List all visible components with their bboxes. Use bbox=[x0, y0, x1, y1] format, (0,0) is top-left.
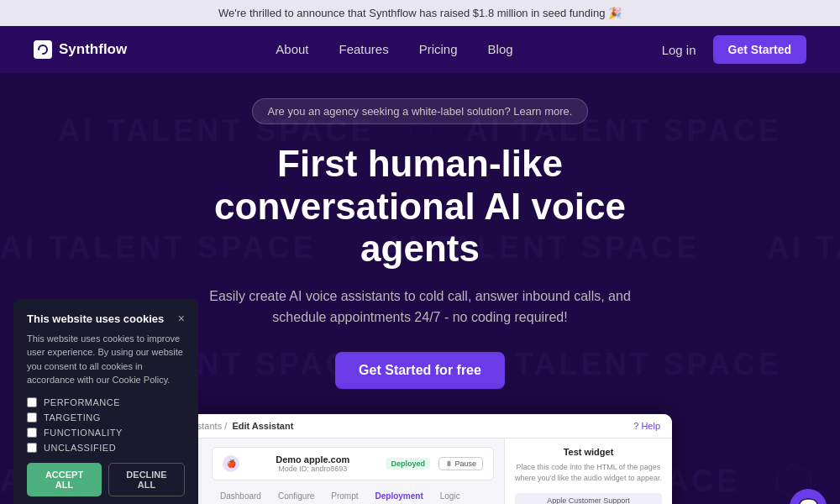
cookie-banner: This website uses cookies × This website… bbox=[13, 299, 198, 504]
right-panel-title: Test widget bbox=[515, 447, 662, 457]
agent-sub: Mode ID: andro8693 bbox=[248, 465, 377, 473]
tab-deployment[interactable]: Deployment bbox=[367, 487, 432, 504]
cta-button[interactable]: Get Started for free bbox=[335, 352, 505, 389]
dashboard-preview: Assistants / Edit Assistant ? Help 🍎 Dem… bbox=[168, 414, 672, 504]
get-started-button[interactable]: Get Started bbox=[713, 35, 806, 64]
checkbox-targeting[interactable] bbox=[27, 412, 37, 423]
agency-pill[interactable]: Are you an agency seeking a white-label … bbox=[252, 98, 589, 124]
cookie-title: This website uses cookies bbox=[27, 312, 164, 325]
dash-main: 🍎 Demo apple.com Mode ID: andro8693 Depl… bbox=[202, 438, 504, 504]
login-button[interactable]: Log in bbox=[662, 43, 696, 57]
nav-right: Log in Get Started bbox=[662, 35, 806, 64]
dash-tabs: Dashboard Configure Prompt Deployment Lo… bbox=[212, 487, 494, 504]
hero-content: Are you an agency seeking a white-label … bbox=[160, 73, 680, 504]
tab-prompt[interactable]: Prompt bbox=[323, 487, 366, 504]
breadcrumb-current: Edit Assistant bbox=[232, 421, 293, 431]
cookie-close-button[interactable]: × bbox=[178, 312, 185, 324]
chat-icon: 💬 bbox=[798, 497, 819, 504]
cookie-body: This website uses cookies to improve use… bbox=[27, 332, 185, 387]
right-panel-label: Apple Customer Support bbox=[515, 493, 662, 504]
cookie-header: This website uses cookies × bbox=[27, 312, 185, 325]
cookie-options: PERFORMANCE TARGETING FUNCTIONALITY UNCL… bbox=[27, 397, 185, 453]
hero-title: First human-like conversational AI voice… bbox=[160, 143, 680, 270]
nav-features[interactable]: Features bbox=[339, 42, 388, 56]
logo-text: Synthflow bbox=[59, 41, 127, 58]
logo[interactable]: Synthflow bbox=[34, 40, 127, 59]
right-panel-desc: Place this code into the HTML of the pag… bbox=[515, 462, 662, 485]
cookie-option-targeting[interactable]: TARGETING bbox=[27, 412, 185, 423]
nav-pricing[interactable]: Pricing bbox=[419, 42, 458, 56]
tab-dashboard[interactable]: Dashboard bbox=[212, 487, 270, 504]
chat-widget[interactable]: 💬 bbox=[790, 489, 827, 504]
checkbox-unclassified[interactable] bbox=[27, 443, 37, 453]
navbar: Synthflow About Features Pricing Blog Lo… bbox=[0, 26, 840, 73]
agent-info: Demo apple.com Mode ID: andro8693 bbox=[248, 454, 377, 473]
logo-icon bbox=[34, 40, 52, 59]
agent-row: 🍎 Demo apple.com Mode ID: andro8693 Depl… bbox=[212, 447, 494, 480]
checkbox-functionality[interactable] bbox=[27, 428, 37, 438]
accept-all-button[interactable]: ACCEPT ALL bbox=[27, 463, 102, 496]
checkbox-performance[interactable] bbox=[27, 397, 37, 407]
cookie-option-performance[interactable]: PERFORMANCE bbox=[27, 397, 185, 407]
nav-links: About Features Pricing Blog bbox=[276, 42, 512, 57]
agent-icon: 🍎 bbox=[223, 455, 239, 472]
nav-blog[interactable]: Blog bbox=[488, 42, 513, 56]
hero-subtitle: Easily create AI voice assistants to col… bbox=[202, 286, 638, 328]
deploy-badge: Deployed bbox=[386, 458, 430, 470]
agent-name: Demo apple.com bbox=[248, 454, 377, 465]
help-link[interactable]: ? Help bbox=[633, 421, 660, 431]
pause-button[interactable]: ⏸ Pause bbox=[438, 457, 483, 470]
announcement-banner: We're thrilled to announce that Synthflo… bbox=[0, 0, 840, 26]
dash-body: 🍎 Demo apple.com Mode ID: andro8693 Depl… bbox=[168, 438, 672, 504]
dash-header: Assistants / Edit Assistant ? Help bbox=[168, 414, 672, 438]
tab-configure[interactable]: Configure bbox=[270, 487, 323, 504]
cookie-option-unclassified[interactable]: UNCLASSIFIED bbox=[27, 443, 185, 453]
tab-logic[interactable]: Logic bbox=[432, 487, 469, 504]
nav-about[interactable]: About bbox=[276, 42, 308, 56]
banner-text: We're thrilled to announce that Synthflo… bbox=[218, 7, 622, 19]
decline-all-button[interactable]: DECLINE ALL bbox=[108, 463, 185, 496]
dash-right-panel: Test widget Place this code into the HTM… bbox=[504, 438, 672, 504]
hero-section: AI TALENT SPACE AI TALENT SPACE AI TALEN… bbox=[0, 73, 840, 504]
cookie-buttons: ACCEPT ALL DECLINE ALL bbox=[27, 463, 185, 496]
cookie-option-functionality[interactable]: FUNCTIONALITY bbox=[27, 428, 185, 438]
